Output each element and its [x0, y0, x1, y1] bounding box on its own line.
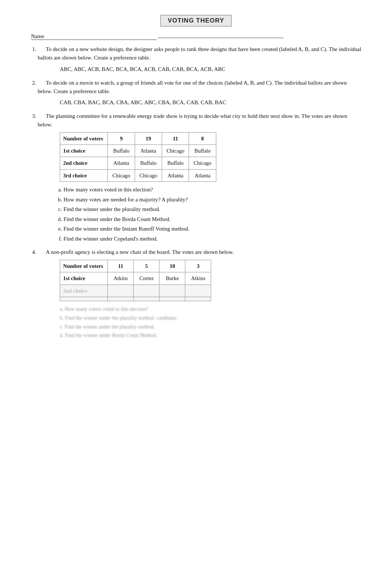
header-col-2: 5 [134, 260, 159, 272]
header-label: Number of voters [60, 132, 108, 144]
row-2-col-3 [159, 285, 185, 297]
table-row-blurred-3 [60, 297, 211, 301]
row-1-col-2: Cortez [134, 272, 159, 285]
row-1-col-1: Buffalo [108, 144, 135, 157]
problem-1: To decide on a new website design, the d… [38, 45, 362, 74]
row-2-col-4 [185, 285, 211, 297]
problem-3: The planning committee for a renewable e… [38, 112, 362, 243]
row-3-col-1 [108, 297, 134, 301]
row-3-col-4: Atlanta [189, 169, 216, 181]
name-line: Name [30, 33, 362, 40]
sub-q-f: Find the winner under Copeland's method. [63, 235, 362, 243]
row-2-col-1 [108, 285, 134, 297]
header-col-4: 8 [189, 132, 216, 144]
row-2-col-3: Buffalo [162, 157, 189, 169]
table-row: 1st choice Atkins Cortez Burke Atkins [60, 272, 211, 285]
table-header-row: Number of voters 9 19 11 8 [60, 132, 216, 144]
problem-3-subquestions: How many voters voted in this election? … [63, 186, 362, 243]
row-2-col-2 [134, 285, 159, 297]
header-col-2: 19 [135, 132, 162, 144]
row-1-col-3: Burke [159, 272, 185, 285]
table-row: 1st choice Buffalo Atlanta Chicago Buffa… [60, 144, 216, 157]
problem-2-ballots: CAB, CBA, BAC, BCA, CBA, ABC, ABC, CBA, … [60, 98, 362, 107]
problem-3-text: The planning committee for a renewable e… [38, 113, 347, 127]
row-label-3 [60, 297, 108, 301]
row-2-col-1: Atlanta [108, 157, 135, 169]
row-label-3: 3rd choice [60, 169, 108, 181]
problem-2: To decide on a movie to watch, a group o… [38, 79, 362, 107]
sub-q-c: Find the winner under the plurality meth… [63, 205, 362, 214]
header-col-1: 9 [108, 132, 135, 144]
sub-q-a: How many voters voted in this election? [63, 186, 362, 194]
row-3-col-1: Chicago [108, 169, 135, 181]
sub-q-b: How many votes are needed for a majority… [63, 195, 362, 204]
name-label: Name [31, 33, 157, 40]
header-col-3: 10 [159, 260, 185, 272]
header-col-1: 11 [108, 260, 134, 272]
table-row: 2nd choice Atlanta Buffalo Buffalo Chica… [60, 157, 216, 169]
row-3-col-4 [185, 297, 211, 301]
table-header-row: Number of voters 11 5 10 3 [60, 260, 211, 272]
row-3-col-3 [159, 297, 185, 301]
header-col-4: 3 [185, 260, 211, 272]
blurred-line-1: a. How many voters voted in this electio… [60, 305, 362, 314]
problem-2-text: To decide on a movie to watch, a group o… [38, 80, 347, 94]
row-3-col-2 [134, 297, 159, 301]
sub-q-d: Find the winner under the Borda Count Me… [63, 215, 362, 224]
row-3-col-3: Atlanta [162, 169, 189, 181]
blurred-line-2: b. Find the winner under the plurality m… [60, 314, 362, 323]
table-row-blurred-2: 2nd choice [60, 285, 211, 297]
sub-q-e: Find the winner under the Instant Runoff… [63, 225, 362, 233]
row-1-col-2: Atlanta [135, 144, 162, 157]
row-1-col-4: Atkins [185, 272, 211, 285]
problem-1-text: To decide on a new website design, the d… [38, 46, 361, 61]
problem-4-blurred-content: a. How many voters voted in this electio… [60, 305, 362, 340]
header-col-3: 11 [162, 132, 189, 144]
row-2-col-2: Buffalo [135, 157, 162, 169]
problem-1-ballots: ABC, ABC, ACB, BAC, BCA, BCA, ACB, CAB, … [60, 65, 362, 74]
page-title: VOTING THEORY [160, 15, 231, 27]
blurred-line-4: d. Find the winner under Borda Count Met… [60, 331, 362, 340]
row-1-col-1: Atkins [108, 272, 134, 285]
row-1-col-4: Buffalo [189, 144, 216, 157]
problem-4-text: A non-profit agency is electing a new ch… [46, 249, 234, 255]
row-1-col-3: Chicago [162, 144, 189, 157]
row-3-col-2: Chicago [135, 169, 162, 181]
problem-4: A non-profit agency is electing a new ch… [38, 248, 362, 340]
table-row: 3rd choice Chicago Chicago Atlanta Atlan… [60, 169, 216, 181]
row-label-2: 2nd choice [60, 285, 108, 297]
blurred-line-3: c. Find the winner under the plurality m… [60, 323, 362, 331]
problem-3-table: Number of voters 9 19 11 8 1st choice Bu… [60, 132, 216, 182]
problem-list: To decide on a new website design, the d… [30, 45, 362, 340]
row-label-1: 1st choice [60, 272, 108, 285]
name-underline [158, 38, 283, 38]
row-2-col-4: Chicago [189, 157, 216, 169]
row-label-2: 2nd choice [60, 157, 108, 169]
row-label-1: 1st choice [60, 144, 108, 157]
problem-4-table: Number of voters 11 5 10 3 1st choice At… [60, 260, 211, 301]
header-label: Number of voters [60, 260, 108, 272]
